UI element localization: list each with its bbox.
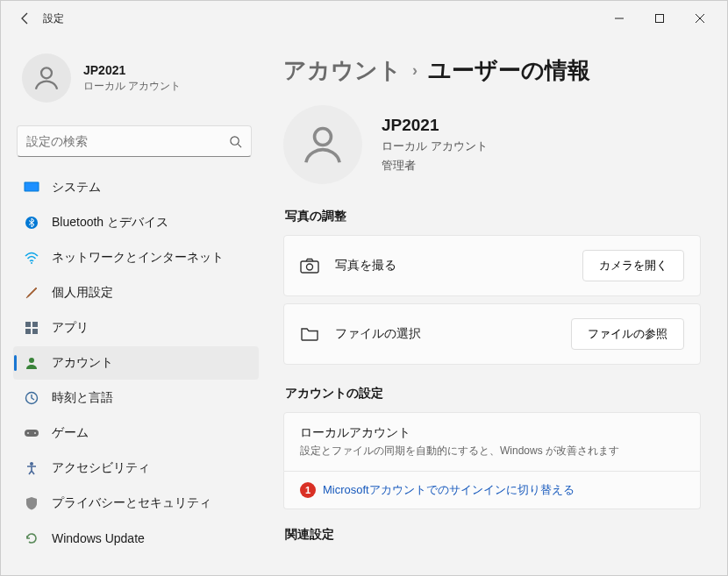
person-icon <box>24 355 39 371</box>
browse-file-button[interactable]: ファイルの参照 <box>571 318 684 350</box>
close-button[interactable] <box>680 4 720 32</box>
sidebar-item-bluetooth[interactable]: Bluetooth とデバイス <box>13 206 259 239</box>
user-account-type: ローカル アカウント <box>382 139 488 154</box>
svg-point-18 <box>30 462 33 466</box>
shield-icon <box>24 495 39 511</box>
page-title: ユーザーの情報 <box>428 55 590 86</box>
svg-point-13 <box>29 358 34 363</box>
choose-file-label: ファイルの選択 <box>335 326 555 342</box>
section-related-label: 関連設定 <box>285 527 701 543</box>
svg-rect-12 <box>32 329 38 334</box>
svg-rect-9 <box>25 322 31 327</box>
profile-name: JP2021 <box>83 63 181 77</box>
svg-point-2 <box>41 68 52 78</box>
switch-account-link-row[interactable]: 1 Microsoftアカウントでのサインインに切り替える <box>283 472 701 509</box>
window-title: 設定 <box>43 11 64 26</box>
svg-line-4 <box>238 144 241 147</box>
camera-icon <box>300 256 319 275</box>
switch-account-link[interactable]: Microsoftアカウントでのサインインに切り替える <box>323 482 575 498</box>
breadcrumb: アカウント › ユーザーの情報 <box>283 55 701 86</box>
sidebar-item-privacy[interactable]: プライバシーとセキュリティ <box>13 487 259 520</box>
svg-rect-6 <box>25 183 39 191</box>
svg-point-21 <box>307 264 313 270</box>
section-account-label: アカウントの設定 <box>285 386 701 402</box>
sidebar-item-label: 個人用設定 <box>52 285 113 301</box>
sidebar-item-personalization[interactable]: 個人用設定 <box>13 276 259 309</box>
search-icon <box>229 135 242 148</box>
chevron-right-icon: › <box>412 61 418 80</box>
sidebar-item-label: 時刻と言語 <box>52 390 113 406</box>
svg-point-3 <box>231 136 239 144</box>
accessibility-icon <box>24 460 39 476</box>
sidebar: JP2021 ローカル アカウント システム Bluetooth とデバイス <box>1 36 264 575</box>
search-input[interactable] <box>26 134 229 148</box>
open-camera-button[interactable]: カメラを開く <box>582 250 684 281</box>
user-role: 管理者 <box>382 158 488 174</box>
folder-icon <box>300 324 319 344</box>
network-icon <box>24 250 39 266</box>
sidebar-item-accessibility[interactable]: アクセシビリティ <box>13 452 259 485</box>
sidebar-item-windows-update[interactable]: Windows Update <box>13 522 259 555</box>
sidebar-item-label: プライバシーとセキュリティ <box>52 495 211 511</box>
sidebar-item-label: アカウント <box>52 355 113 371</box>
section-photo-label: 写真の調整 <box>285 209 701 224</box>
system-icon <box>24 180 39 196</box>
svg-point-16 <box>27 432 29 434</box>
profile-block[interactable]: JP2021 ローカル アカウント <box>13 45 259 120</box>
breadcrumb-parent[interactable]: アカウント <box>283 55 402 86</box>
sidebar-item-label: システム <box>52 180 101 196</box>
gaming-icon <box>24 425 39 441</box>
local-account-title: ローカルアカウント <box>300 425 684 441</box>
sidebar-item-apps[interactable]: アプリ <box>13 311 259 345</box>
sidebar-item-system[interactable]: システム <box>13 171 259 204</box>
svg-rect-10 <box>32 322 38 327</box>
titlebar: 設定 <box>1 1 727 36</box>
sidebar-item-label: アプリ <box>52 320 89 336</box>
sidebar-item-label: Bluetooth とデバイス <box>52 215 168 231</box>
take-photo-label: 写真を撮る <box>335 258 567 274</box>
local-account-sub: 設定とファイルの同期を自動的にすると、Windows が改善されます <box>300 444 684 459</box>
apps-icon <box>24 320 39 336</box>
clock-globe-icon <box>24 390 39 406</box>
local-account-row: ローカルアカウント 設定とファイルの同期を自動的にすると、Windows が改善… <box>283 412 701 472</box>
sidebar-item-time-language[interactable]: 時刻と言語 <box>13 381 259 415</box>
svg-point-19 <box>315 129 332 146</box>
minimize-button[interactable] <box>599 4 639 32</box>
brush-icon <box>24 285 39 301</box>
search-box[interactable] <box>17 125 252 157</box>
sidebar-item-label: アクセシビリティ <box>52 460 150 476</box>
avatar-large <box>283 105 362 184</box>
sidebar-item-label: Windows Update <box>52 531 145 545</box>
sidebar-item-label: ネットワークとインターネット <box>52 250 224 266</box>
svg-rect-15 <box>25 430 39 437</box>
sidebar-item-accounts[interactable]: アカウント <box>13 346 259 380</box>
main-content: アカウント › ユーザーの情報 JP2021 ローカル アカウント 管理者 写真… <box>264 36 727 575</box>
take-photo-row: 写真を撮る カメラを開く <box>283 235 701 296</box>
sidebar-item-label: ゲーム <box>52 425 89 441</box>
svg-rect-11 <box>25 329 31 334</box>
profile-sub: ローカル アカウント <box>83 79 181 94</box>
sidebar-item-gaming[interactable]: ゲーム <box>13 416 259 450</box>
back-button[interactable] <box>18 11 32 25</box>
svg-point-8 <box>31 262 32 264</box>
svg-rect-1 <box>656 15 664 23</box>
bluetooth-icon <box>24 215 39 231</box>
user-info-block: JP2021 ローカル アカウント 管理者 <box>283 105 701 184</box>
maximize-button[interactable] <box>639 4 680 32</box>
svg-rect-20 <box>301 261 318 273</box>
sidebar-item-network[interactable]: ネットワークとインターネット <box>13 241 259 274</box>
svg-point-17 <box>34 432 36 434</box>
avatar <box>22 53 71 103</box>
choose-file-row: ファイルの選択 ファイルの参照 <box>283 303 701 365</box>
user-name: JP2021 <box>382 116 488 135</box>
annotation-badge: 1 <box>300 482 316 498</box>
update-icon <box>24 530 39 546</box>
nav-list: システム Bluetooth とデバイス ネットワークとインターネット 個人用設… <box>13 171 259 555</box>
